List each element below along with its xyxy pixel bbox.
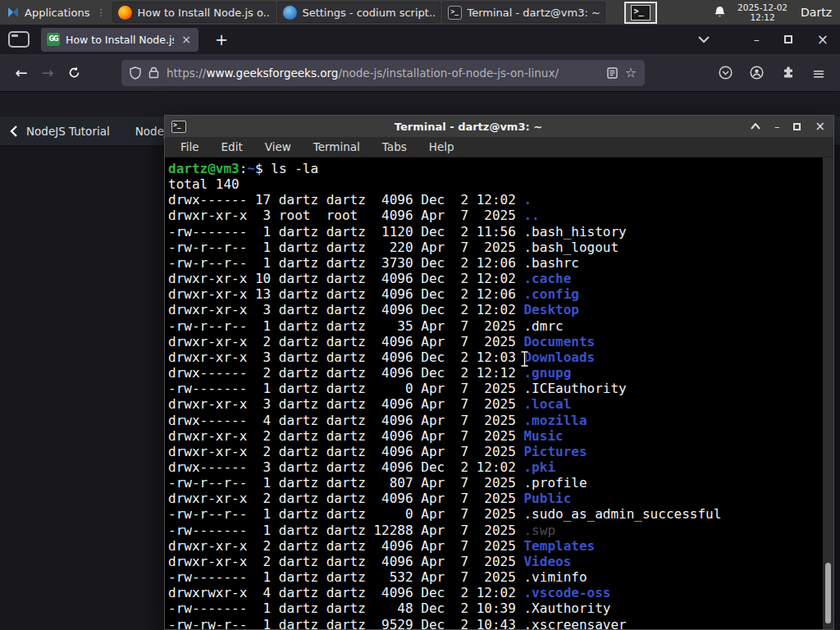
terminal-menu-tabs[interactable]: Tabs (382, 140, 407, 153)
tab-close-icon[interactable]: × (180, 33, 193, 46)
new-tab-button[interactable]: + (210, 30, 233, 48)
browser-tab-active[interactable]: GG How to Install Node.js on × (41, 28, 199, 52)
firefox-icon (118, 6, 132, 20)
menu-hamburger-icon[interactable]: ≡ (812, 64, 825, 82)
window-minimize-button[interactable]: – (754, 34, 760, 45)
listing-columns: drwxr-xr-x 3 dartz dartz 4096 Dec 2 12:0… (168, 302, 523, 317)
listing-filename: .ICEauthority (523, 381, 626, 396)
tracking-protection-shield-icon[interactable] (130, 66, 141, 80)
bookmark-star-icon[interactable]: ☆ (625, 65, 637, 80)
terminal-output-line: drwxr-xr-x 10 dartz dartz 4096 Dec 2 12:… (168, 271, 833, 286)
taskbar-button-terminal[interactable]: Terminal - dartz@vm3: ~ (442, 2, 605, 23)
terminal-minimize-button[interactable]: – (774, 121, 780, 132)
listing-columns: -rw-r--r-- 1 dartz dartz 35 Apr 7 2025 (168, 318, 523, 334)
desktop: Applications ⋮ How to Install Node.js o.… (0, 0, 840, 630)
listing-columns: drwx------ 3 dartz dartz 4096 Dec 2 12:0… (168, 459, 523, 475)
taskbar-button-firefox[interactable]: How to Install Node.js o... (112, 2, 276, 23)
nav-scroll-left-chevron-icon[interactable] (10, 126, 18, 137)
listing-filename: .dmrc (523, 318, 563, 334)
window-maximize-button[interactable] (784, 35, 792, 43)
firefox-view-icon[interactable] (8, 31, 30, 48)
terminal-output[interactable]: dartz@vm3:~$ ls -la total 140 drwx------… (165, 158, 833, 629)
url-bar[interactable]: https://www.geeksforgeeks.org/node-js/in… (121, 60, 645, 86)
toolbar-right-icons: ≡ (719, 64, 825, 82)
listing-filename: .sudo_as_admin_successful (523, 506, 721, 522)
panel-username[interactable]: Dartz (801, 6, 832, 19)
terminal-maximize-button[interactable] (793, 123, 801, 130)
listing-columns: drwxr-xr-x 3 dartz dartz 4096 Dec 2 12:0… (168, 349, 523, 365)
taskbar-window-list: How to Install Node.js o...Settings - co… (112, 0, 606, 25)
terminal-menu-bar: FileEditViewTerminalTabsHelp (165, 137, 833, 158)
reload-icon (68, 66, 80, 79)
listing-columns: -rw------- 1 dartz dartz 532 Apr 7 2025 (168, 569, 523, 585)
listing-filename: .gnupg (523, 365, 571, 381)
terminal-close-button[interactable]: × (815, 121, 825, 132)
listing-filename: Public (523, 491, 571, 506)
terminal-title-bar[interactable]: Terminal - dartz@vm3: ~ – × (165, 116, 833, 137)
listing-filename: .. (523, 208, 539, 223)
listing-columns: -rw-r--r-- 1 dartz dartz 0 Apr 7 2025 (168, 506, 523, 522)
terminal-output-line: drwxr-xr-x 2 dartz dartz 4096 Apr 7 2025… (168, 444, 833, 459)
terminal-prompt-line: dartz@vm3:~$ ls -la (168, 161, 833, 176)
listing-filename: Desktop (523, 302, 578, 317)
geeksforgeeks-favicon-icon: GG (47, 33, 60, 46)
listing-filename: Videos (523, 554, 571, 569)
terminal-menu-edit[interactable]: Edit (221, 140, 243, 153)
account-icon[interactable] (750, 66, 764, 80)
prompt-dollar: $ (255, 161, 271, 176)
site-nav-link[interactable]: NodeJS Tutorial (26, 125, 110, 138)
taskbar-button-codium[interactable]: Settings - codium script... (277, 2, 441, 23)
top-panel: Applications ⋮ How to Install Node.js o.… (0, 0, 840, 25)
terminal-output-line: -rw------- 1 dartz dartz 1120 Dec 2 11:5… (168, 224, 833, 240)
forward-button[interactable]: → (34, 60, 61, 86)
reload-button[interactable] (61, 60, 87, 86)
terminal-output-line: drwx------ 17 dartz dartz 4096 Dec 2 12:… (168, 192, 833, 208)
listing-filename: .config (523, 286, 578, 302)
prompt-path: ~ (247, 161, 255, 176)
back-button[interactable]: ← (8, 60, 34, 86)
listing-columns: drwxr-xr-x 2 dartz dartz 4096 Apr 7 2025 (168, 444, 523, 459)
listing-filename: .profile (523, 475, 587, 491)
panel-clock[interactable]: 2025-12-02 12:12 (737, 2, 788, 22)
listing-columns: drwxr-xr-x 10 dartz dartz 4096 Dec 2 12:… (168, 271, 523, 286)
terminal-menu-terminal[interactable]: Terminal (313, 140, 360, 153)
terminal-menu-file[interactable]: File (180, 140, 199, 153)
url-text[interactable]: https://www.geeksforgeeks.org/node-js/in… (167, 66, 600, 80)
panel-grip-icon: ⋮ (96, 7, 105, 18)
terminal-scrollbar-track[interactable] (823, 158, 833, 629)
listing-filename: . (523, 192, 532, 208)
terminal-menu-help[interactable]: Help (429, 140, 454, 153)
listing-columns: drwx------ 2 dartz dartz 4096 Dec 2 12:1… (168, 365, 523, 381)
terminal-output-line: drwx------ 3 dartz dartz 4096 Dec 2 12:0… (168, 459, 833, 475)
listing-filename: .bash_logout (523, 240, 619, 255)
listing-columns: drwxr-xr-x 13 dartz dartz 4096 Dec 2 12:… (168, 286, 523, 302)
extensions-puzzle-icon[interactable] (781, 66, 795, 80)
listing-filename: .xscreensaver (523, 617, 626, 629)
listing-columns: drwxr-xr-x 3 dartz dartz 4096 Apr 7 2025 (168, 396, 523, 412)
applications-menu-button[interactable]: Applications ⋮ (0, 0, 112, 25)
reader-mode-icon[interactable] (607, 67, 618, 79)
listing-columns: -rw-r--r-- 1 dartz dartz 3730 Dec 2 12:0… (168, 255, 523, 271)
window-close-button[interactable]: × (817, 34, 829, 45)
tray-terminal-icon[interactable] (624, 2, 657, 24)
terminal-output-line: drwxr-xr-x 3 dartz dartz 4096 Dec 2 12:0… (168, 349, 833, 365)
pocket-icon[interactable] (719, 66, 733, 80)
tab-title: How to Install Node.js on (66, 34, 174, 46)
url-domain: www.geeksforgeeks.org (206, 66, 338, 80)
listing-filename: .Xauthority (523, 600, 610, 616)
terminal-scrollbar-thumb[interactable] (825, 563, 831, 623)
terminal-menu-view[interactable]: View (265, 140, 291, 153)
listing-filename: Music (523, 428, 563, 444)
terminal-output-line: drwxr-xr-x 2 dartz dartz 4096 Apr 7 2025… (168, 491, 833, 506)
terminal-output-line: -rw------- 1 dartz dartz 48 Dec 2 10:39 … (168, 600, 833, 616)
listing-filename: Pictures (523, 444, 587, 459)
list-all-tabs-chevron-icon[interactable] (698, 36, 710, 43)
listing-filename: .bash_history (523, 224, 626, 240)
listing-columns: -rw-r--r-- 1 dartz dartz 220 Apr 7 2025 (168, 240, 523, 255)
lock-icon[interactable] (148, 66, 159, 79)
terminal-shade-button[interactable] (751, 123, 760, 130)
notifications-bell-icon[interactable] (714, 6, 726, 19)
terminal-output-line: drwx------ 2 dartz dartz 4096 Dec 2 12:1… (168, 365, 833, 381)
taskbar-button-label: Terminal - dartz@vm3: ~ (467, 7, 600, 19)
terminal-icon (448, 6, 462, 20)
